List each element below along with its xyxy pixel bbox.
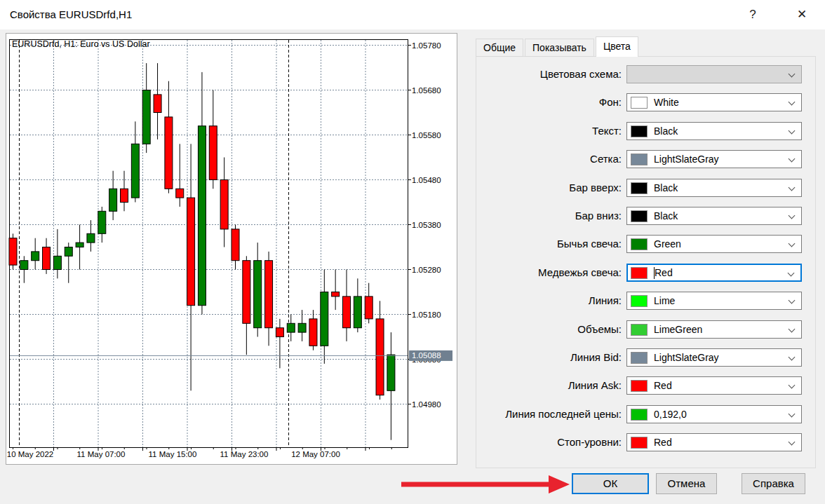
chevron-down-icon [789,439,796,446]
chevron-down-icon [789,71,796,78]
svg-text:1.05480: 1.05480 [412,176,441,184]
combo-value-ask-line: Red [654,377,672,394]
svg-text:10 May 2022: 10 May 2022 [7,450,54,458]
chevron-down-icon [789,212,796,219]
svg-text:1.05580: 1.05580 [412,131,441,139]
swatch-ask-line [631,380,648,392]
chevron-down-icon [789,411,796,418]
time-axis-labels: 10 May 202211 May 07:0011 May 15:0011 Ma… [7,450,340,458]
combo-color-scheme[interactable] [626,65,802,83]
svg-text:11 May 15:00: 11 May 15:00 [149,450,197,458]
combo-bid-line[interactable]: LightSlateGray [626,348,802,367]
chevron-down-icon [789,382,796,389]
swatch-stop-levels [631,437,648,449]
svg-text:1.05680: 1.05680 [412,86,441,95]
cancel-button[interactable]: Отмена [656,473,717,494]
chevron-down-icon [788,270,795,277]
combo-stop-levels[interactable]: Red [626,433,802,451]
svg-text:1.05280: 1.05280 [412,266,441,274]
chevron-down-icon [789,99,796,106]
chevron-down-icon [789,184,796,191]
svg-text:1.05780: 1.05780 [412,41,441,50]
combo-value-stop-levels: Red [654,434,672,451]
chevron-down-icon [789,240,796,247]
combo-background[interactable]: White [626,93,802,111]
svg-text:1.04980: 1.04980 [412,400,441,409]
combo-value-foreground: Black [654,123,678,139]
combo-bar-down[interactable]: Black [626,207,802,225]
combo-value-grid: LightSlateGray [654,151,719,168]
swatch-bar-down [631,210,648,222]
close-icon[interactable]: ✕ [790,0,814,29]
combo-value-bar-down: Black [654,207,678,224]
combo-value-last-price-line: 0,192,0 [654,406,687,423]
combo-volumes[interactable]: LimeGreen [626,320,802,339]
combo-bear-candle[interactable]: Red [626,264,802,282]
tab-display[interactable]: Показывать [525,39,594,57]
swatch-line [631,295,648,307]
swatch-bull-candle [631,238,648,250]
plot-border [10,40,408,448]
chart-preview: 1.057801.056801.055801.054801.053801.052… [6,33,457,465]
combo-value-bid-line: LightSlateGray [654,349,719,366]
dialog-title: Свойства EURUSDrfd,H1 [10,0,132,29]
tab-colors[interactable]: Цвета [596,36,638,57]
swatch-bar-up [631,182,648,194]
svg-text:1.05380: 1.05380 [412,221,441,229]
swatch-volumes [631,324,648,336]
title-bar: Свойства EURUSDrfd,H1 ? ✕ [0,0,825,29]
chevron-down-icon [789,297,796,304]
chevron-down-icon [789,156,796,163]
combo-line[interactable]: Lime [626,292,802,310]
combo-value-bar-up: Black [654,179,678,196]
combo-grid[interactable]: LightSlateGray [626,150,802,168]
properties-dialog: { "window": { "title": "Свойства EURUSDr… [0,0,825,504]
combo-ask-line[interactable]: Red [626,376,802,395]
chevron-down-icon [789,326,796,333]
svg-text:12 May 07:00: 12 May 07:00 [291,450,340,458]
combo-value-line: Lime [654,292,675,309]
combo-value-bear-candle: Red [655,265,673,280]
tab-general[interactable]: Общие [476,39,523,57]
help-button[interactable]: Справка [742,473,805,494]
swatch-background [631,97,648,109]
combo-last-price-line[interactable]: 0,192,0 [626,405,802,423]
svg-text:1.05180: 1.05180 [412,311,441,319]
combo-foreground[interactable]: Black [626,122,802,140]
tab-strip: ОбщиеПоказыватьЦвета [476,36,640,57]
swatch-foreground [631,125,648,137]
combo-bar-up[interactable]: Black [626,179,802,197]
chevron-down-icon [789,128,796,135]
annotation-arrow-icon [395,473,572,496]
combo-value-bull-candle: Green [654,236,681,252]
combo-value-background: White [654,94,679,111]
combo-value-volumes: LimeGreen [654,321,702,338]
svg-text:11 May 07:00: 11 May 07:00 [77,450,126,458]
chart-title: EURUSDrfd, H1: Euro vs US Dollar [12,39,150,49]
help-icon[interactable]: ? [741,0,765,29]
swatch-bear-candle [631,267,648,279]
chevron-down-icon [789,354,796,361]
swatch-bid-line [631,352,648,364]
combo-bull-candle[interactable]: Green [626,235,802,253]
swatch-grid [631,154,648,165]
svg-text:1.05088: 1.05088 [412,351,441,360]
svg-text:11 May 23:00: 11 May 23:00 [220,450,269,458]
ok-button[interactable]: ОК [572,473,649,494]
bid-price-tag: 1.05088 [409,350,452,361]
swatch-last-price-line [631,409,648,421]
